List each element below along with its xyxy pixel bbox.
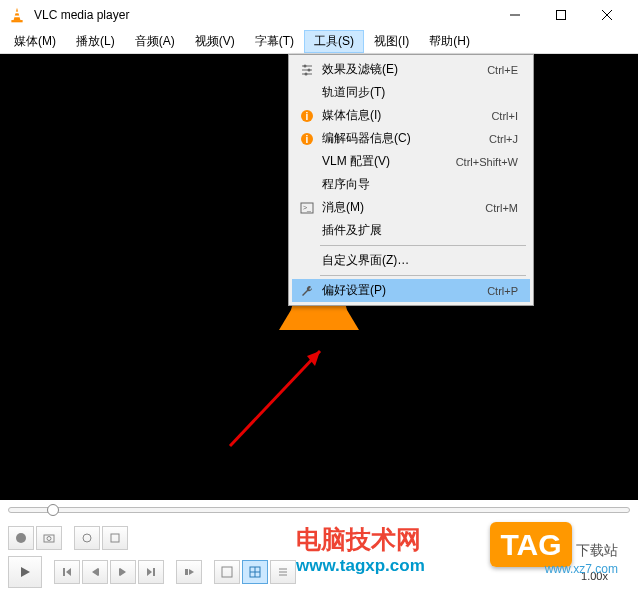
info-icon: i: [296, 109, 318, 123]
seek-bar[interactable]: [0, 500, 638, 520]
step-fwd-button[interactable]: [138, 560, 164, 584]
tools-dropdown-menu: 效果及滤镜(E) Ctrl+E 轨道同步(T) i 媒体信息(I) Ctrl+I…: [288, 54, 534, 306]
svg-rect-4: [557, 11, 566, 20]
menu-item-effects[interactable]: 效果及滤镜(E) Ctrl+E: [292, 58, 530, 81]
frame-step-button[interactable]: [176, 560, 202, 584]
svg-rect-1: [15, 12, 20, 14]
watermark-badge: TAG: [490, 522, 571, 567]
svg-rect-28: [63, 568, 65, 576]
seek-thumb[interactable]: [47, 504, 59, 516]
console-icon: >_: [296, 201, 318, 215]
menu-item-label: 消息(M): [318, 199, 485, 216]
menu-audio[interactable]: 音频(A): [125, 30, 185, 53]
annotation-arrow: [225, 341, 335, 451]
menu-item-shortcut: Ctrl+P: [487, 285, 526, 297]
next-button[interactable]: [110, 560, 136, 584]
svg-marker-34: [147, 568, 152, 576]
extended-panel-button[interactable]: [242, 560, 268, 584]
svg-marker-31: [93, 568, 99, 576]
minimize-button[interactable]: [492, 0, 538, 30]
vlc-cone-icon: [8, 6, 26, 24]
play-button[interactable]: [8, 556, 42, 588]
svg-marker-33: [119, 568, 125, 576]
menu-item-shortcut: Ctrl+Shift+W: [456, 156, 526, 168]
step-back-button[interactable]: [54, 560, 80, 584]
prev-button[interactable]: [82, 560, 108, 584]
menu-item-customize[interactable]: 自定义界面(Z)…: [292, 249, 530, 272]
menu-subtitle[interactable]: 字幕(T): [245, 30, 304, 53]
loop-a-button[interactable]: [74, 526, 100, 550]
svg-marker-29: [66, 568, 71, 576]
watermark-site-url: www.tagxp.com: [296, 556, 425, 576]
watermark-site-name: 电脑技术网: [296, 523, 425, 556]
svg-point-23: [16, 533, 26, 543]
menu-media[interactable]: 媒体(M): [4, 30, 66, 53]
menu-item-label: 自定义界面(Z)…: [318, 252, 518, 269]
svg-marker-27: [21, 567, 30, 577]
menu-item-shortcut: Ctrl+E: [487, 64, 526, 76]
svg-rect-2: [14, 16, 20, 18]
menu-separator: [320, 275, 526, 276]
record-button[interactable]: [8, 526, 34, 550]
menu-playback[interactable]: 播放(L): [66, 30, 125, 53]
menu-item-label: VLM 配置(V): [318, 153, 456, 170]
svg-rect-35: [153, 568, 155, 576]
menu-item-label: 轨道同步(T): [318, 84, 518, 101]
fullscreen-button[interactable]: [214, 560, 240, 584]
menu-item-label: 编解码器信息(C): [318, 130, 489, 147]
watermark-tagxp: 电脑技术网 www.tagxp.com: [296, 523, 425, 576]
svg-text:i: i: [306, 134, 309, 145]
menu-help[interactable]: 帮助(H): [419, 30, 480, 53]
menu-item-label: 插件及扩展: [318, 222, 518, 239]
menu-tools[interactable]: 工具(S): [304, 30, 364, 53]
watermark-subtext: 下载站: [576, 542, 618, 558]
svg-line-9: [230, 351, 320, 446]
svg-marker-37: [189, 569, 194, 575]
menu-item-shortcut: Ctrl+I: [491, 110, 526, 122]
svg-rect-0: [11, 20, 22, 22]
window-title: VLC media player: [34, 8, 492, 22]
menu-item-label: 效果及滤镜(E): [318, 61, 487, 78]
sliders-icon: [296, 63, 318, 77]
svg-point-16: [305, 72, 308, 75]
svg-text:i: i: [306, 111, 309, 122]
menu-item-track-sync[interactable]: 轨道同步(T): [292, 81, 530, 104]
loop-b-button[interactable]: [102, 526, 128, 550]
menu-item-label: 媒体信息(I): [318, 107, 491, 124]
close-button[interactable]: [584, 0, 630, 30]
menu-item-messages[interactable]: >_ 消息(M) Ctrl+M: [292, 196, 530, 219]
info-icon: i: [296, 132, 318, 146]
svg-rect-38: [222, 567, 232, 577]
watermark-xz7: TAG 下载站 www.xz7.com: [490, 528, 618, 576]
menu-video[interactable]: 视频(V): [185, 30, 245, 53]
seek-track[interactable]: [8, 507, 630, 513]
svg-rect-36: [185, 569, 188, 575]
menu-item-program-guide[interactable]: 程序向导: [292, 173, 530, 196]
svg-point-15: [308, 68, 311, 71]
menu-item-shortcut: Ctrl+M: [485, 202, 526, 214]
svg-point-14: [304, 64, 307, 67]
svg-rect-26: [111, 534, 119, 542]
svg-text:>_: >_: [303, 204, 311, 212]
menu-item-vlm-config[interactable]: VLM 配置(V) Ctrl+Shift+W: [292, 150, 530, 173]
snapshot-button[interactable]: [36, 526, 62, 550]
window-titlebar: VLC media player: [0, 0, 638, 30]
main-menu-bar[interactable]: 媒体(M) 播放(L) 音频(A) 视频(V) 字幕(T) 工具(S) 视图(I…: [0, 30, 638, 54]
menu-item-media-info[interactable]: i 媒体信息(I) Ctrl+I: [292, 104, 530, 127]
svg-point-25: [47, 537, 51, 541]
menu-item-label: 偏好设置(P): [318, 282, 487, 299]
menu-item-plugins[interactable]: 插件及扩展: [292, 219, 530, 242]
menu-separator: [320, 245, 526, 246]
menu-item-label: 程序向导: [318, 176, 518, 193]
menu-item-shortcut: Ctrl+J: [489, 133, 526, 145]
menu-item-preferences[interactable]: 偏好设置(P) Ctrl+P: [292, 279, 530, 302]
maximize-button[interactable]: [538, 0, 584, 30]
playlist-button[interactable]: [270, 560, 296, 584]
wrench-icon: [296, 284, 318, 298]
menu-item-codec-info[interactable]: i 编解码器信息(C) Ctrl+J: [292, 127, 530, 150]
menu-view[interactable]: 视图(I): [364, 30, 419, 53]
